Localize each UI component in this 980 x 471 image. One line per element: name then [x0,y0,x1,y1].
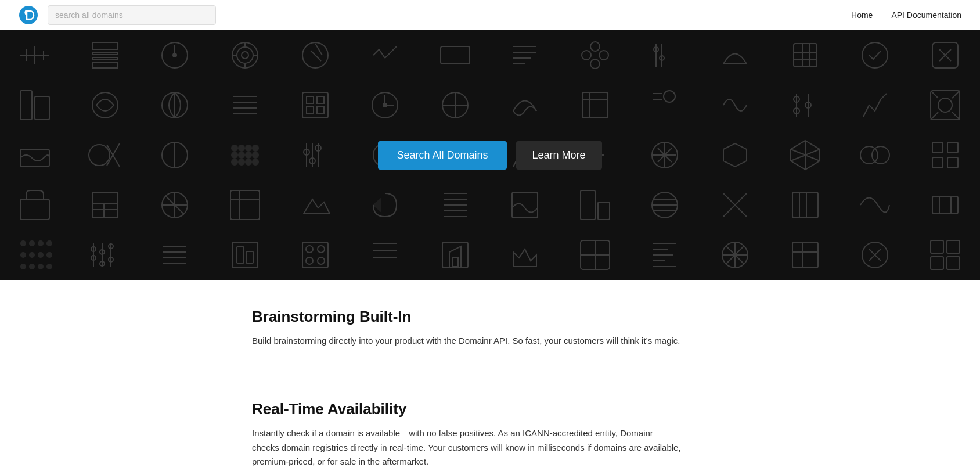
svg-line-86 [952,112,960,120]
svg-point-45 [862,42,888,68]
svg-line-22 [373,49,379,55]
svg-line-24 [385,52,391,58]
svg-rect-40 [794,44,817,67]
svg-rect-116 [947,142,958,153]
svg-point-75 [664,91,675,102]
svg-point-34 [590,59,600,69]
svg-line-143 [723,193,747,217]
svg-rect-117 [932,157,943,168]
svg-rect-136 [512,192,538,218]
realtime-body: Instantly check if a domain is available… [252,426,682,469]
svg-rect-60 [317,96,324,103]
svg-line-25 [391,46,397,52]
svg-line-48 [939,49,951,61]
main-content: Brainstorming Built-In Build brainstormi… [229,280,751,471]
svg-rect-81 [931,91,960,120]
svg-point-113 [860,146,878,164]
svg-point-63 [372,92,398,118]
svg-line-84 [952,91,960,98]
svg-rect-50 [35,96,49,120]
svg-rect-46 [932,42,958,68]
svg-rect-178 [246,251,253,263]
svg-rect-208 [931,240,943,253]
svg-point-112 [652,142,678,168]
svg-point-14 [242,52,248,59]
svg-line-21 [315,44,322,55]
svg-point-33 [599,51,608,60]
svg-rect-137 [581,190,595,220]
svg-line-83 [931,91,938,98]
svg-point-158 [47,253,52,257]
svg-rect-87 [20,149,49,167]
svg-point-151 [21,241,26,246]
navbar: Home API Documentation [0,0,980,30]
svg-rect-145 [792,192,818,218]
svg-rect-128 [230,190,260,220]
svg-point-160 [30,264,34,269]
svg-line-144 [723,193,747,217]
svg-rect-211 [947,257,960,269]
svg-point-13 [237,47,253,63]
api-docs-link[interactable]: API Documentation [891,10,961,20]
hero-buttons: Search All Domains Learn More [378,141,601,170]
svg-point-109 [309,158,315,164]
svg-point-153 [38,241,43,246]
home-link[interactable]: Home [851,10,873,20]
svg-point-9 [162,42,188,68]
svg-rect-118 [947,157,958,168]
svg-rect-188 [452,258,458,267]
learn-more-button[interactable]: Learn More [516,141,602,170]
svg-point-82 [938,98,952,112]
svg-rect-119 [20,199,49,220]
svg-point-96 [253,152,258,158]
logo[interactable] [19,5,38,25]
svg-point-159 [21,264,26,269]
svg-rect-138 [598,202,610,220]
svg-point-157 [38,253,43,257]
svg-point-152 [30,241,34,246]
svg-rect-7 [92,57,118,60]
svg-point-182 [306,257,313,264]
hero-section: Search All Domains Learn More [0,30,980,280]
svg-point-183 [318,257,325,264]
svg-rect-210 [931,257,943,269]
svg-rect-202 [792,242,818,268]
realtime-section: Real-Time Availability Instantly check i… [252,372,728,471]
svg-line-206 [869,249,881,261]
svg-point-94 [239,152,244,158]
svg-rect-187 [442,242,468,268]
svg-point-97 [232,145,237,151]
nav-links: Home API Documentation [851,10,961,20]
svg-point-139 [652,192,678,218]
svg-rect-177 [237,247,244,263]
svg-rect-115 [932,142,943,153]
realtime-title: Real-Time Availability [252,400,728,418]
svg-rect-58 [302,92,328,118]
svg-point-161 [38,264,43,269]
svg-point-124 [162,192,188,218]
svg-point-168 [100,261,105,266]
svg-line-200 [726,246,744,264]
svg-point-19 [302,42,328,68]
svg-point-155 [21,253,26,257]
svg-point-108 [304,149,309,155]
svg-rect-120 [92,192,118,218]
svg-point-88 [89,145,110,166]
search-all-domains-button[interactable]: Search All Domains [378,141,506,170]
svg-point-171 [109,257,113,262]
svg-point-80 [805,102,811,108]
svg-line-207 [869,249,881,261]
svg-point-165 [91,256,96,260]
svg-line-127 [165,196,184,214]
svg-point-114 [872,146,889,164]
svg-point-170 [109,244,113,249]
svg-point-95 [246,152,251,158]
svg-rect-70 [582,92,608,118]
svg-line-85 [931,112,938,120]
svg-rect-189 [581,240,610,269]
svg-rect-179 [302,242,328,268]
search-input[interactable] [48,5,216,25]
svg-point-167 [100,250,105,254]
svg-rect-8 [92,63,118,68]
svg-rect-209 [947,240,960,253]
